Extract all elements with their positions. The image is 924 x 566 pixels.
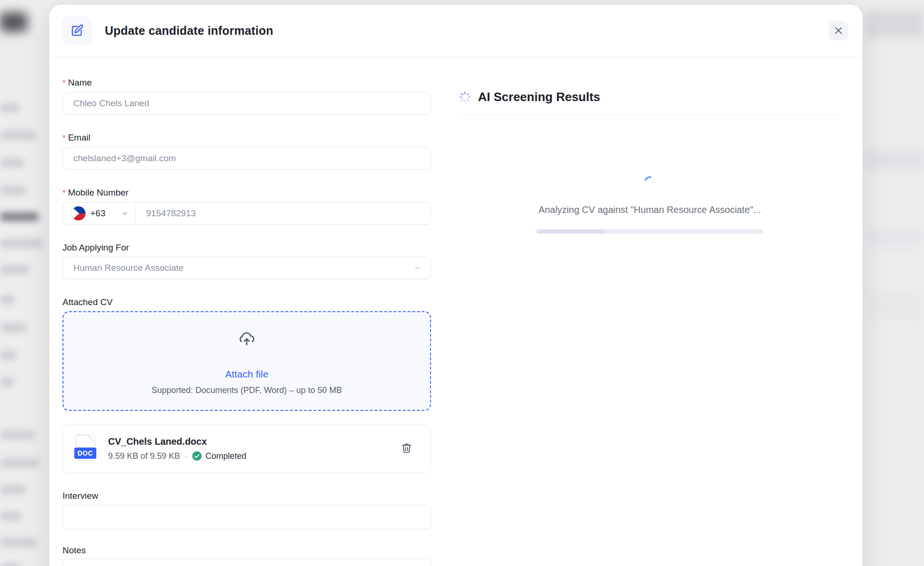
modal-header: Update candidate information (49, 5, 862, 57)
job-select[interactable]: Human Resource Associate (63, 257, 431, 279)
file-name: CV_Chels Laned.docx (108, 436, 399, 447)
edit-icon-box (63, 16, 92, 45)
backdrop-item (865, 150, 924, 170)
attached-cv-group: Attached CV Attach file Supported: Docum… (63, 297, 431, 473)
backdrop-item (0, 131, 36, 140)
trash-icon (400, 442, 413, 454)
file-status: Completed (205, 451, 246, 461)
backdrop-item (0, 186, 26, 195)
backdrop-item (0, 351, 17, 360)
backdrop-item (0, 377, 14, 387)
job-field-group: Job Applying For Human Resource Associat… (63, 243, 431, 279)
ai-screening-header: AI Screening Results (459, 90, 841, 115)
ai-sparkle-icon (459, 91, 471, 103)
backdrop-item (0, 239, 43, 248)
interview-label: Interview (63, 491, 431, 501)
required-marker: * (63, 189, 66, 197)
name-label: *Name (63, 78, 431, 88)
backdrop-item (0, 538, 37, 547)
chevron-down-icon (414, 264, 421, 272)
mobile-label: *Mobile Number (63, 188, 431, 198)
notes-field-group: Notes (63, 545, 431, 566)
close-button[interactable] (829, 21, 848, 40)
name-field-group: *Name (63, 78, 431, 115)
job-select-value: Human Resource Associate (73, 263, 414, 273)
loading-spinner-icon (642, 174, 658, 190)
backdrop-item-active (0, 212, 39, 221)
phone-input-group: +63 (63, 202, 431, 225)
file-info: CV_Chels Laned.docx 9.59 KB of 9.59 KB ·… (108, 436, 399, 461)
candidate-form: *Name *Email *Mobile Number (63, 78, 431, 566)
file-dropzone[interactable]: Attach file Supported: Documents (PDF, W… (63, 311, 431, 411)
backdrop-item (0, 158, 24, 167)
required-marker: * (63, 134, 66, 142)
analyzing-text: Analyzing CV against "Human Resource Ass… (539, 204, 761, 215)
edit-pencil-icon (70, 24, 84, 38)
dial-code: +63 (90, 208, 105, 219)
update-candidate-modal: Update candidate information *Name *Emai… (49, 5, 862, 566)
doc-badge: DOC (73, 447, 97, 460)
meta-dot: · (185, 451, 188, 461)
email-input[interactable] (63, 147, 431, 170)
backdrop-item (0, 563, 21, 566)
email-field-group: *Email (63, 133, 431, 170)
backdrop-item (0, 103, 20, 112)
modal-title: Update candidate information (105, 24, 273, 38)
interview-input[interactable] (63, 505, 431, 529)
file-size: 9.59 KB of 9.59 KB (108, 451, 180, 461)
required-marker: * (63, 79, 66, 87)
name-input[interactable] (63, 92, 431, 115)
philippines-flag-icon (71, 206, 86, 220)
screening-loading: Analyzing CV against "Human Resource Ass… (459, 176, 841, 234)
backdrop-logo-blur (0, 12, 27, 32)
backdrop-item (0, 458, 39, 468)
backdrop-item (0, 430, 35, 440)
notes-label: Notes (63, 545, 431, 556)
close-icon (834, 26, 843, 35)
uploaded-file-card: DOC CV_Chels Laned.docx 9.59 KB of 9.59 … (63, 424, 431, 473)
backdrop-item (869, 291, 924, 320)
modal-body: *Name *Email *Mobile Number (49, 57, 862, 566)
ai-screening-title: AI Screening Results (478, 90, 600, 104)
country-code-select[interactable]: +63 (63, 203, 136, 224)
attach-file-button[interactable]: Attach file (225, 369, 268, 380)
backdrop-item (0, 485, 26, 494)
backdrop-item (866, 10, 924, 38)
doc-fold-corner (88, 435, 95, 442)
progress-bar (536, 229, 763, 234)
delete-file-button[interactable] (399, 440, 415, 457)
backdrop-item (0, 295, 15, 304)
mobile-field-group: *Mobile Number +63 (63, 188, 431, 225)
doc-file-icon: DOC (73, 434, 98, 463)
backdrop-item (867, 229, 924, 247)
backdrop-item (0, 265, 29, 275)
email-label: *Email (63, 133, 431, 143)
backdrop-item (0, 323, 26, 332)
ai-screening-panel: AI Screening Results Analyzing CV agains… (459, 90, 841, 234)
attached-cv-label: Attached CV (63, 297, 431, 307)
supported-formats-text: Supported: Documents (PDF, Word) – up to… (152, 385, 342, 395)
job-label: Job Applying For (63, 243, 431, 253)
check-circle-icon (192, 451, 202, 461)
interview-field-group: Interview (63, 491, 431, 529)
progress-bar-fill (536, 229, 604, 234)
file-meta: 9.59 KB of 9.59 KB · Completed (108, 451, 399, 461)
mobile-number-input[interactable] (136, 203, 431, 224)
backdrop-item (0, 511, 22, 521)
chevron-down-icon (121, 210, 129, 217)
notes-input[interactable] (63, 558, 431, 566)
cloud-upload-icon (238, 329, 256, 347)
